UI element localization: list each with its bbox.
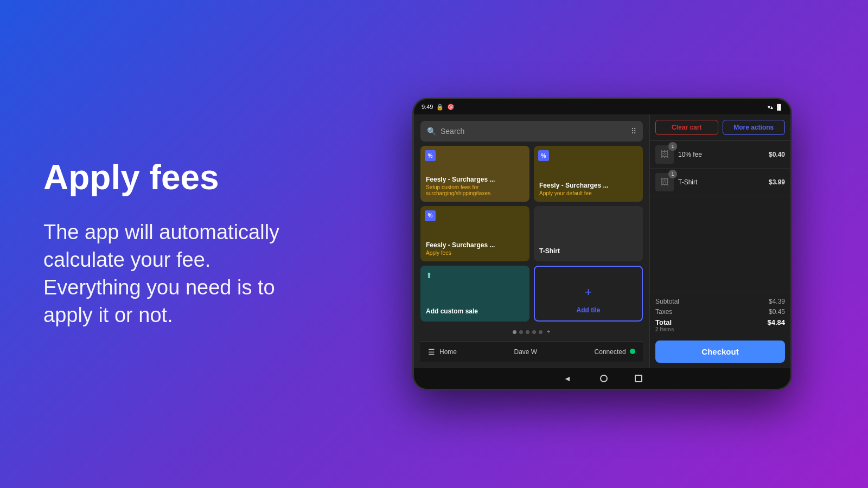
tshirt-thumb-icon: 🖼 — [660, 177, 669, 187]
total-sub: 2 Items — [655, 326, 674, 332]
tile-feesly-2[interactable]: % Feesly - Surcharges ... Apply your def… — [534, 146, 643, 202]
fee-name: 10% fee — [678, 151, 764, 158]
clear-cart-button[interactable]: Clear cart — [655, 120, 718, 135]
pagination: + — [420, 326, 643, 337]
user-label: Dave W — [514, 348, 537, 356]
home-button[interactable] — [600, 375, 608, 382]
tile-tshirt[interactable]: T-Shirt — [534, 206, 643, 262]
tablet: 9:49 🔒 🎯 ▾▴ ▐▌ 🔍 Search ⠿ — [412, 98, 792, 390]
cart-totals: Subtotal $4.39 Taxes $0.45 Total 2 Items… — [650, 292, 790, 368]
plus-icon: + — [585, 285, 592, 299]
total-row: Total 2 Items $4.84 — [655, 318, 785, 332]
cart-panel: Clear cart More actions 1 🖼 10% fee $0.4… — [649, 114, 790, 368]
tiles-grid: % Feesly - Surcharges ... Setup custom f… — [420, 146, 643, 322]
left-panel: Apply fees The app will automatically ca… — [0, 126, 336, 362]
tile-feesly-3-title: Feesly - Surcharges ... — [426, 241, 524, 249]
back-button[interactable]: ◄ — [562, 373, 573, 384]
dot-4 — [532, 330, 536, 334]
cart-items-list: 1 🖼 10% fee $0.40 1 🖼 T-Shirt $3.99 — [650, 141, 790, 292]
search-icon: 🔍 — [427, 127, 436, 136]
subtotal-label: Subtotal — [655, 298, 679, 305]
nav-left: ☰ Home — [428, 348, 457, 356]
status-bar: 9:49 🔒 🎯 ▾▴ ▐▌ — [414, 99, 790, 114]
tshirt-name: T-Shirt — [678, 178, 764, 186]
fee-badge: 1 — [668, 142, 677, 151]
status-right: ▾▴ ▐▌ — [768, 104, 783, 110]
cart-item-tshirt: 1 🖼 T-Shirt $3.99 — [650, 169, 790, 196]
total-value: $4.84 — [767, 318, 785, 332]
wifi-icon: ▾▴ — [768, 104, 773, 110]
app-content: 🔍 Search ⠿ % Feesly - Surcharges ... Set… — [414, 114, 790, 368]
taxes-label: Taxes — [655, 308, 672, 316]
search-placeholder: Search — [441, 127, 627, 136]
tile-custom-sale-title: Add custom sale — [426, 307, 524, 315]
tile-badge-1: % — [425, 150, 436, 161]
main-heading: Apply fees — [43, 158, 304, 196]
search-bar[interactable]: 🔍 Search ⠿ — [420, 121, 643, 142]
tile-feesly-1-title: Feesly - Surcharges ... — [426, 176, 524, 183]
tile-add-title: Add tile — [540, 306, 636, 314]
fee-thumb-icon: 🖼 — [660, 150, 669, 159]
dot-1 — [513, 330, 516, 334]
recents-button[interactable] — [635, 375, 642, 382]
tile-badge-2: % — [538, 150, 549, 161]
cart-item-tshirt-thumb: 1 🖼 — [655, 173, 674, 191]
tile-add[interactable]: + Add tile — [534, 266, 643, 322]
dot-plus: + — [546, 328, 550, 336]
cart-item-fee-thumb: 1 🖼 — [655, 145, 674, 164]
connected-label: Connected — [595, 348, 626, 356]
status-left: 9:49 🔒 🎯 — [422, 104, 455, 111]
hamburger-icon[interactable]: ☰ — [428, 348, 435, 356]
tile-badge-3: % — [425, 210, 436, 221]
tile-tshirt-title: T-Shirt — [539, 247, 637, 255]
cart-header: Clear cart More actions — [650, 114, 790, 141]
tile-feesly-1[interactable]: % Feesly - Surcharges ... Setup custom f… — [420, 146, 529, 202]
tablet-container: 9:49 🔒 🎯 ▾▴ ▐▌ 🔍 Search ⠿ — [336, 98, 868, 390]
tile-feesly-2-title: Feesly - Surcharges ... — [539, 182, 637, 189]
upload-icon: ⬆ — [426, 271, 432, 280]
tshirt-badge: 1 — [668, 170, 677, 178]
taxes-row: Taxes $0.45 — [655, 308, 785, 316]
bottom-nav: ☰ Home Dave W Connected — [420, 341, 643, 362]
total-label: Total — [655, 318, 674, 326]
cart-item-fee: 1 🖼 10% fee $0.40 — [650, 141, 790, 169]
tile-feesly-3[interactable]: % Feesly - Surcharges ... Apply fees — [420, 206, 529, 262]
main-body: The app will automatically calculate you… — [43, 219, 304, 330]
tile-feesly-1-subtitle: Setup custom fees for surcharging/shippi… — [426, 184, 524, 196]
more-actions-button[interactable]: More actions — [723, 120, 786, 135]
tile-feesly-3-subtitle: Apply fees — [426, 250, 524, 256]
checkout-button[interactable]: Checkout — [655, 341, 785, 363]
tile-custom-sale[interactable]: ⬆ Add custom sale — [420, 266, 529, 322]
subtotal-value: $4.39 — [769, 298, 785, 305]
tile-feesly-2-subtitle: Apply your default fee — [539, 190, 637, 196]
product-area: 🔍 Search ⠿ % Feesly - Surcharges ... Set… — [414, 114, 649, 368]
taxes-value: $0.45 — [769, 308, 785, 316]
dot-5 — [539, 330, 542, 334]
dot-3 — [526, 330, 529, 334]
connected-dot — [630, 349, 635, 354]
subtotal-row: Subtotal $4.39 — [655, 298, 785, 305]
lock-icon: 🔒 — [436, 104, 444, 111]
signal-icon: ▐▌ — [775, 104, 783, 110]
android-nav: ◄ — [414, 368, 790, 389]
fee-price: $0.40 — [769, 151, 785, 158]
home-label: Home — [439, 348, 457, 356]
connected-status: Connected — [595, 348, 635, 356]
tshirt-price: $3.99 — [769, 178, 785, 186]
location-icon: 🎯 — [447, 104, 455, 111]
dot-2 — [519, 330, 523, 334]
grid-icon: ⠿ — [631, 127, 636, 136]
time: 9:49 — [422, 104, 433, 110]
